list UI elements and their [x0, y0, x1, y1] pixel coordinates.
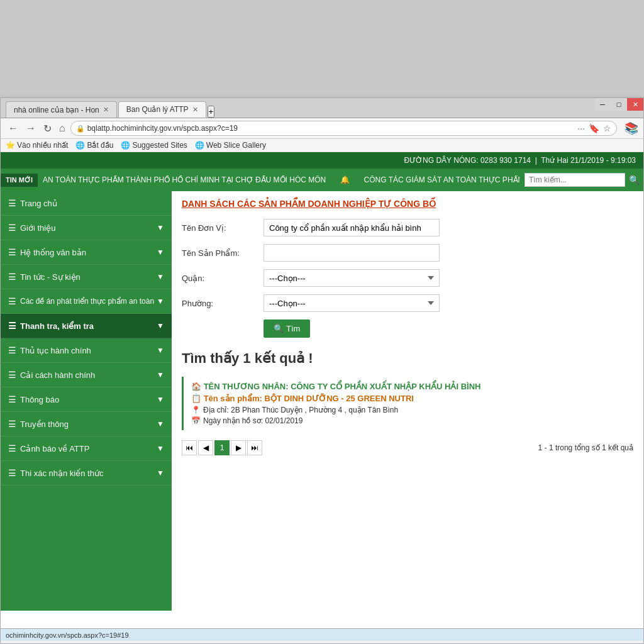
menu-icon-he-thong: ☰ — [8, 247, 16, 257]
window-controls: ─ □ ✕ — [594, 98, 643, 111]
top-info-bar: ĐƯỜNG DÂY NÓNG: 0283 930 1714 | Thứ Hai … — [1, 152, 643, 169]
arrow-icon-gioi-thieu: ▼ — [157, 223, 164, 232]
sidebar-label-truyen-thong: Truyền thông — [20, 419, 69, 429]
close-button[interactable]: ✕ — [627, 98, 643, 111]
sidebar-item-thu-tuc[interactable]: ☰ Thủ tục hành chính ▼ — [1, 338, 172, 363]
sidebar-item-tin-tuc[interactable]: ☰ Tin tức - Sự kiện ▼ — [1, 265, 172, 289]
content-area: DANH SÁCH CÁC SẢN PHẨM DOANH NGHIỆP TỰ C… — [172, 191, 643, 611]
sidebar-item-thanh-tra[interactable]: ☰ Thanh tra, kiểm tra ▼ — [1, 314, 172, 338]
tab-1-close[interactable]: ✕ — [103, 106, 109, 114]
menu-icon-gioi-thieu: ☰ — [8, 223, 16, 233]
bookmark-vao-nhieu-nhat[interactable]: ⭐ Vào nhiều nhất — [6, 141, 68, 150]
bookmark-web-slice[interactable]: 🌐 Web Slice Gallery — [195, 141, 266, 150]
sidebar-item-cai-cach[interactable]: ☰ Cải cách hành chính ▼ — [1, 363, 172, 387]
quan-select[interactable]: ---Chọn--- — [264, 269, 440, 287]
prev-page-button[interactable]: ◀ — [198, 440, 213, 455]
menu-icon-thi-xac-nhan: ☰ — [8, 468, 16, 478]
bookmark-icon[interactable]: 🔖 — [589, 123, 599, 133]
forward-button[interactable]: → — [23, 121, 38, 135]
bookmark-suggested[interactable]: 🌐 Suggested Sites — [121, 141, 187, 150]
search-area: 🔍 — [525, 172, 643, 187]
tab-2-close[interactable]: ✕ — [192, 106, 198, 114]
bookmark-suggested-label: Suggested Sites — [132, 141, 187, 150]
next-page-button[interactable]: ▶ — [231, 440, 246, 455]
result-product: 📋 Tên sản phẩm: BỘT DINH DƯỠNG - 25 GREE… — [191, 394, 626, 403]
don-vi-label: Tên Đơn Vị: — [182, 223, 264, 233]
sidebar-item-cac-de-an[interactable]: ☰ Các đề án phát triển thực phẩm an toàn… — [1, 289, 172, 314]
address-bar[interactable]: 🔒 bqlattp.hochiminhcity.gov.vn/spcb.aspx… — [70, 121, 617, 136]
arrow-icon-thong-bao: ▼ — [157, 395, 164, 404]
results-section: Tìm thấy 1 kết quả ! 🏠 TÊN THƯƠNG NHÂN: … — [182, 350, 633, 455]
search-input[interactable] — [525, 173, 625, 187]
main-layout: ☰ Trang chủ ☰ Giới thiệu ▼ ☰ — [1, 191, 643, 611]
form-row-quan: Quận: ---Chọn--- — [182, 269, 633, 287]
star-bookmark-icon: ⭐ — [6, 141, 15, 150]
result-company: 🏠 TÊN THƯƠNG NHÂN: CÔNG TY CỔ PHẦN XUẤT … — [191, 382, 626, 391]
bookmarks-bar: ⭐ Vào nhiều nhất 🌐 Bắt đầu 🌐 Suggested S… — [1, 139, 643, 152]
menu-icon-tin-tuc: ☰ — [8, 272, 16, 282]
sidebar-item-thi-xac-nhan[interactable]: ☰ Thi xác nhận kiến thức ▼ — [1, 461, 172, 486]
sidebar: ☰ Trang chủ ☰ Giới thiệu ▼ ☰ — [1, 191, 172, 611]
tab-1[interactable]: nhà online của bạn - Hon ✕ — [6, 101, 117, 118]
minimize-button[interactable]: ─ — [594, 98, 611, 111]
arrow-icon-tin-tuc: ▼ — [157, 272, 164, 281]
page-1-button[interactable]: 1 — [214, 440, 230, 455]
new-tab-button[interactable]: + — [208, 106, 215, 118]
page-content: ĐƯỜNG DÂY NÓNG: 0283 930 1714 | Thứ Hai … — [1, 152, 643, 628]
last-page-button[interactable]: ⏭ — [247, 440, 262, 455]
tim-button[interactable]: 🔍 Tìm — [264, 319, 310, 338]
ticker-text-1: AN TOÀN THỰC PHẨM THÀNH PHỐ HỒ CHÍ MINH … — [43, 175, 519, 184]
arrow-icon-thanh-tra: ▼ — [157, 321, 164, 330]
hotline-text: ĐƯỜNG DÂY NÓNG: 0283 930 1714 | Thứ Hai … — [404, 156, 636, 165]
menu-icon-thu-tuc: ☰ — [8, 345, 16, 355]
bookmark-vao-nhieu-nhat-label: Vào nhiều nhất — [17, 141, 68, 150]
library-icon[interactable]: 📚 — [625, 121, 638, 135]
sidebar-label-thong-bao: Thông báo — [20, 395, 59, 404]
form-row-don-vi: Tên Đơn Vị: — [182, 219, 633, 236]
sidebar-item-gioi-thieu[interactable]: ☰ Giới thiệu ▼ — [1, 216, 172, 240]
sidebar-item-thong-bao[interactable]: ☰ Thông báo ▼ — [1, 387, 172, 412]
menu-icon-cai-cach: ☰ — [8, 370, 16, 380]
sidebar-label-thi-xac-nhan: Thi xác nhận kiến thức — [20, 469, 103, 478]
globe-icon-2: 🌐 — [121, 141, 130, 150]
calendar-icon: 📅 — [191, 416, 201, 425]
form-row-search: 🔍 Tìm — [182, 319, 633, 338]
home-nav-button[interactable]: ⌂ — [57, 121, 68, 135]
status-url: ochiminhcity.gov.vn/spcb.aspx?c=19#19 — [6, 631, 129, 639]
bookmark-bat-dau[interactable]: 🌐 Bắt đầu — [75, 141, 113, 150]
sidebar-item-truyen-thong[interactable]: ☰ Truyền thông ▼ — [1, 412, 172, 436]
address-text: bqlattp.hochiminhcity.gov.vn/spcb.aspx?c… — [87, 124, 575, 133]
tab-2[interactable]: Ban Quản lý ATTP ✕ — [118, 101, 206, 118]
sidebar-item-trang-chu[interactable]: ☰ Trang chủ — [1, 191, 172, 216]
search-form: Tên Đơn Vị: Tên Sản Phẩm: Quận: ---Chọn-… — [182, 219, 633, 338]
menu-icon-thanh-tra: ☰ — [8, 321, 16, 331]
back-button[interactable]: ← — [6, 121, 21, 135]
status-bar: ochiminhcity.gov.vn/spcb.aspx?c=19#19 — [1, 628, 643, 641]
sidebar-label-thu-tuc: Thủ tục hành chính — [20, 346, 91, 355]
page-title: DANH SÁCH CÁC SẢN PHẨM DOANH NGHIỆP TỰ C… — [182, 199, 633, 209]
dots-icon[interactable]: ··· — [577, 123, 585, 133]
refresh-button[interactable]: ↻ — [41, 121, 54, 136]
navigation-bar: ← → ↻ ⌂ 🔒 bqlattp.hochiminhcity.gov.vn/s… — [1, 118, 643, 139]
globe-icon-3: 🌐 — [195, 141, 204, 150]
form-row-phuong: Phường: ---Chọn--- — [182, 294, 633, 312]
search-icon-btn: 🔍 — [274, 324, 284, 333]
phuong-label: Phường: — [182, 299, 264, 308]
menu-icon-canh-bao: ☰ — [8, 443, 16, 453]
sidebar-label-cac-de-an: Các đề án phát triển thực phẩm an toàn — [20, 297, 154, 306]
phuong-select[interactable]: ---Chọn--- — [264, 294, 440, 312]
sidebar-item-he-thong-van-ban[interactable]: ☰ Hệ thống văn bản ▼ — [1, 240, 172, 265]
arrow-icon-thi-xac-nhan: ▼ — [157, 469, 164, 477]
search-button-header[interactable]: 🔍 — [625, 172, 643, 187]
location-icon: 📍 — [191, 406, 201, 414]
don-vi-input[interactable] — [264, 219, 440, 236]
star-icon[interactable]: ☆ — [603, 123, 611, 133]
pagination: ⏮ ◀ 1 ▶ ⏭ 1 - 1 trong tổng số 1 kết quả — [182, 440, 633, 455]
first-page-button[interactable]: ⏮ — [182, 440, 197, 455]
maximize-button[interactable]: □ — [611, 98, 627, 111]
arrow-icon-truyen-thong: ▼ — [157, 419, 164, 428]
sidebar-item-canh-bao[interactable]: ☰ Cảnh báo về ATTP ▼ — [1, 436, 172, 461]
sidebar-label-thanh-tra: Thanh tra, kiểm tra — [20, 321, 94, 331]
form-row-san-pham: Tên Sản Phẩm: — [182, 244, 633, 262]
san-pham-input[interactable] — [264, 244, 440, 262]
